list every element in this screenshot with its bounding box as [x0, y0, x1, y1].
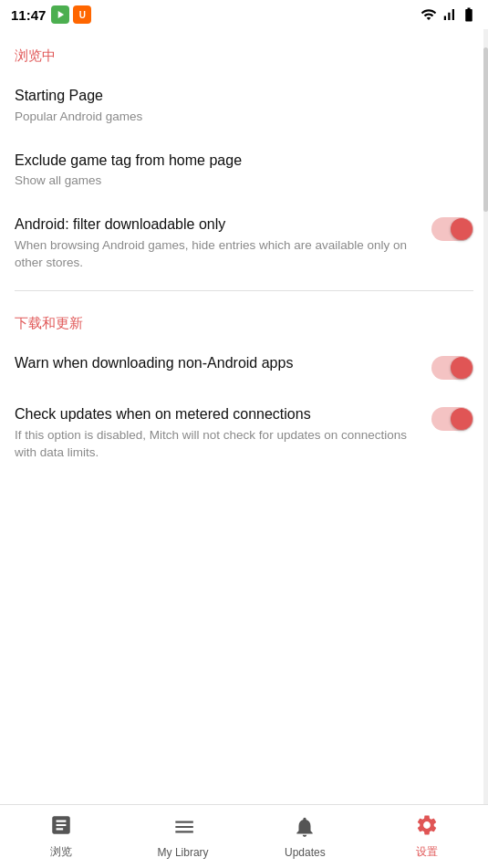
setting-starting-page-subtitle: Popular Android games — [15, 109, 462, 126]
section-browsing-header: 浏览中 — [15, 29, 473, 74]
battery-icon — [461, 6, 477, 23]
browse-icon — [49, 813, 73, 841]
bottom-nav: 浏览 My Library Updates 设置 — [0, 804, 488, 868]
toggle-warn-downloading[interactable] — [431, 356, 473, 380]
setting-starting-page[interactable]: Starting Page Popular Android games — [15, 74, 473, 139]
section-divider — [15, 290, 473, 291]
toggle-android-filter-knob — [451, 218, 472, 240]
settings-icon — [415, 813, 439, 841]
setting-check-updates-metered[interactable]: Check updates when on metered connection… — [15, 392, 473, 475]
nav-library-label: My Library — [158, 846, 209, 859]
updates-icon — [293, 815, 317, 842]
setting-exclude-game-tag[interactable]: Exclude game tag from home page Show all… — [15, 139, 473, 204]
toggle-android-filter[interactable] — [431, 217, 473, 241]
setting-android-filter-subtitle: When browsing Android games, hide entrie… — [15, 237, 421, 272]
scrollbar-thumb[interactable] — [483, 47, 488, 212]
settings-content: 浏览中 Starting Page Popular Android games … — [0, 29, 488, 804]
setting-starting-page-title: Starting Page — [15, 87, 462, 106]
notif-orange-icon: U — [73, 5, 91, 24]
setting-check-updates-metered-subtitle: If this option is disabled, Mitch will n… — [15, 427, 421, 462]
setting-exclude-game-tag-title: Exclude game tag from home page — [15, 152, 462, 171]
notif-green-icon — [51, 5, 69, 24]
signal-icon — [441, 6, 457, 23]
nav-updates-label: Updates — [285, 846, 326, 859]
nav-item-updates[interactable]: Updates — [244, 815, 367, 859]
toggle-warn-downloading-knob — [451, 357, 472, 379]
nav-item-settings[interactable]: 设置 — [366, 813, 488, 860]
scrollbar[interactable] — [483, 29, 488, 814]
section-downloads-header: 下载和更新 — [15, 297, 473, 341]
nav-item-my-library[interactable]: My Library — [122, 815, 244, 859]
status-notifications: U — [51, 5, 91, 24]
nav-browse-label: 浏览 — [50, 844, 72, 860]
nav-settings-label: 设置 — [416, 844, 438, 860]
setting-warn-downloading-title: Warn when downloading non-Android apps — [15, 354, 421, 373]
setting-warn-downloading[interactable]: Warn when downloading non-Android apps — [15, 341, 473, 392]
status-bar: 11:47 U — [0, 0, 488, 29]
library-icon — [171, 815, 195, 842]
wifi-icon — [421, 6, 437, 23]
status-system-icons — [421, 6, 477, 23]
status-time: 11:47 — [11, 7, 46, 23]
toggle-check-updates-metered-knob — [451, 408, 472, 430]
nav-item-browse[interactable]: 浏览 — [0, 813, 122, 860]
setting-android-filter[interactable]: Android: filter downloadable only When b… — [15, 203, 473, 285]
setting-exclude-game-tag-subtitle: Show all games — [15, 173, 462, 190]
setting-check-updates-metered-title: Check updates when on metered connection… — [15, 405, 421, 424]
setting-android-filter-title: Android: filter downloadable only — [15, 215, 421, 235]
toggle-check-updates-metered[interactable] — [431, 407, 473, 431]
